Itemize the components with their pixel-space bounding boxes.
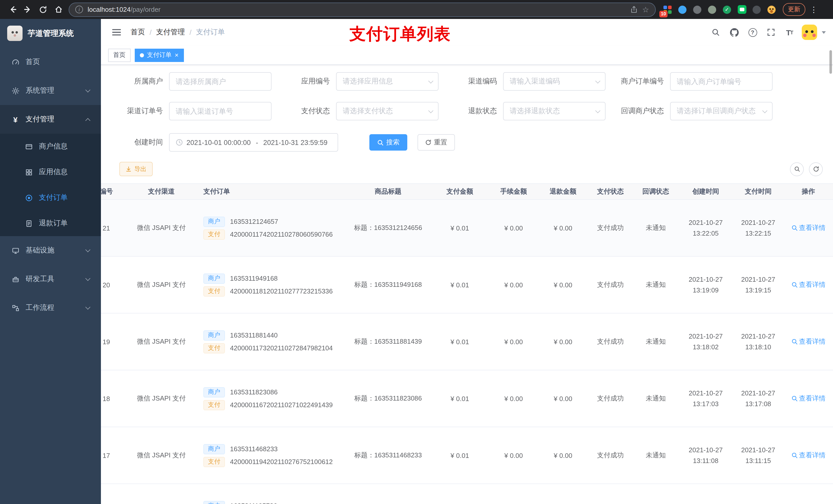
yen-icon: ¥ <box>10 115 21 124</box>
dashboard-icon <box>10 58 21 66</box>
filter-create-time-label: 创建时间 <box>111 138 169 147</box>
avatar[interactable] <box>802 25 817 40</box>
cell-action: 查看详情 <box>784 370 833 427</box>
filter-merchant-label: 所属商户 <box>111 77 169 86</box>
merchant-tag: 商户 <box>204 501 225 504</box>
channel-order-no-input[interactable] <box>169 102 271 120</box>
view-detail-link[interactable]: 查看详情 <box>791 223 826 233</box>
cell-amount: ¥ 0.01 <box>430 370 489 427</box>
browser-home-icon[interactable] <box>51 2 66 17</box>
cell-pay-time <box>733 484 784 504</box>
search-button[interactable]: 搜索 <box>370 134 407 150</box>
tabs-bar: 首页 支付订单× <box>101 46 833 65</box>
sidebar-item-payment[interactable]: ¥ 支付管理 <box>0 105 101 134</box>
view-detail-link[interactable]: 查看详情 <box>791 337 826 346</box>
callback-status-select[interactable]: 请选择订单回调商户状态 <box>670 102 772 120</box>
cell-title: 标题：1635311881439 <box>346 313 430 370</box>
collapse-sidebar-icon[interactable] <box>108 24 124 41</box>
extension-olive-icon[interactable] <box>707 3 718 16</box>
table-row[interactable]: 19 微信 JSAPI 支付 商户1635311881440 支付4200001… <box>101 313 833 370</box>
channel-code-select[interactable]: 请输入渠道编码 <box>503 72 605 91</box>
cell-create-time: 2021-10-2713:22:05 <box>679 199 733 256</box>
merchant-order-no-input[interactable] <box>670 72 772 91</box>
app-title: 芋道管理系统 <box>28 28 74 38</box>
scrollbar[interactable] <box>829 50 832 74</box>
table-row[interactable]: 20 微信 JSAPI 支付 商户1635311949168 支付4200001… <box>101 256 833 313</box>
cell-refund: ¥ 0.00 <box>538 256 588 313</box>
sidebar-item-refund-order[interactable]: 退款订单 <box>0 211 101 236</box>
browser-back-icon[interactable] <box>5 2 20 17</box>
cell-create-time: 2021-10-2713:19:09 <box>679 256 733 313</box>
sidebar-item-workflow[interactable]: 工作流程 <box>0 293 101 322</box>
bookmark-star-icon[interactable]: ☆ <box>642 5 649 14</box>
breadcrumb-home[interactable]: 首页 <box>130 28 145 37</box>
font-size-icon[interactable]: TT <box>781 24 798 41</box>
cell-refund: ¥ 0.00 <box>538 313 588 370</box>
table-row[interactable]: 18 微信 JSAPI 支付 商户1635311823086 支付4200001… <box>101 370 833 427</box>
content: 所属商户 应用编号 请选择应用信息 渠道编码 请输入渠道编码 商户订单编号 <box>101 65 833 504</box>
avatar-caret-icon[interactable] <box>822 31 826 33</box>
cell-create-time <box>679 484 733 504</box>
pay-status-select[interactable]: 请选择支付状态 <box>336 102 438 120</box>
browser-menu-icon[interactable]: ⋮ <box>810 5 818 14</box>
help-icon[interactable]: ? <box>744 24 761 41</box>
extension-check-icon[interactable]: ✓ <box>721 3 733 16</box>
cell-status <box>588 484 633 504</box>
view-detail-link[interactable]: 查看详情 <box>791 280 826 289</box>
extension-pin-icon[interactable] <box>751 3 762 16</box>
extension-emoji-icon[interactable] <box>766 3 777 16</box>
pay-tag: 支付 <box>204 286 225 296</box>
refresh-table-button[interactable] <box>809 162 823 176</box>
address-bar[interactable]: i localhost:1024/pay/order ☆ <box>69 2 656 17</box>
reset-button[interactable]: 重置 <box>418 134 455 150</box>
sidebar-item-home[interactable]: 首页 <box>0 48 101 76</box>
pay-tag: 支付 <box>204 457 225 467</box>
cell-channel: 微信 JSAPI 支付 <box>125 427 197 484</box>
sidebar-item-pay-order[interactable]: 支付订单 <box>0 185 101 211</box>
cell-id: 19 <box>101 313 125 370</box>
tab-pay-order[interactable]: 支付订单× <box>135 48 184 62</box>
merchant-input[interactable] <box>169 72 271 91</box>
search-icon[interactable] <box>708 24 724 41</box>
close-icon[interactable]: × <box>175 52 178 58</box>
view-detail-link[interactable]: 查看详情 <box>791 394 826 403</box>
app-select[interactable]: 请选择应用信息 <box>336 72 438 91</box>
cell-status: 支付成功 <box>588 256 633 313</box>
cell-pay-time: 2021-10-2713:22:15 <box>733 199 784 256</box>
github-icon[interactable] <box>726 24 742 41</box>
cell-notify: 未通知 <box>633 427 679 484</box>
tab-home[interactable]: 首页 <box>108 48 130 62</box>
sidebar-item-system[interactable]: 系统管理 <box>0 76 101 105</box>
share-icon[interactable] <box>630 6 638 13</box>
breadcrumb-section[interactable]: 支付管理 <box>156 28 185 37</box>
filter-channel-code-label: 渠道编码 <box>445 77 503 86</box>
app-logo[interactable]: 芋道管理系统 <box>0 19 101 48</box>
sidebar-item-merchant-info[interactable]: 商户信息 <box>0 134 101 159</box>
toggle-search-button[interactable] <box>790 162 804 176</box>
merchant-tag: 商户 <box>204 444 225 454</box>
cell-pay-time: 2021-10-2713:11:15 <box>733 427 784 484</box>
extension-drop-icon[interactable] <box>677 3 688 16</box>
fullscreen-icon[interactable] <box>763 24 779 41</box>
browser-refresh-icon[interactable] <box>36 2 50 17</box>
grid-icon <box>24 168 34 176</box>
browser-forward-icon[interactable] <box>21 2 35 17</box>
download-icon <box>125 166 132 172</box>
sidebar-item-infrastructure[interactable]: 基础设施 <box>0 236 101 265</box>
table-row[interactable]: 21 微信 JSAPI 支付 商户1635312124657 支付4200001… <box>101 199 833 256</box>
extension-chat-icon[interactable] <box>736 3 747 16</box>
create-time-range-picker[interactable]: 2021-10-01 00:00:00 - 2021-10-31 23:59:5… <box>169 133 338 152</box>
sidebar-item-app-info[interactable]: 应用信息 <box>0 159 101 185</box>
table-row[interactable]: 17 微信 JSAPI 支付 商户1635311468233 支付4200001… <box>101 427 833 484</box>
view-detail-link[interactable]: 查看详情 <box>791 451 826 460</box>
export-button[interactable]: 导出 <box>119 162 153 176</box>
page-annotation: 支付订单列表 <box>349 23 451 46</box>
sidebar-item-dev-tools[interactable]: 研发工具 <box>0 265 101 293</box>
browser-update-button[interactable]: 更新 <box>783 3 805 16</box>
extension-gray-icon[interactable] <box>692 3 703 16</box>
document-icon <box>24 219 34 227</box>
extensions-grid-icon[interactable]: 10 <box>662 3 673 16</box>
table-row[interactable]: 商户1635311195786 支付 <box>101 484 833 504</box>
site-info-icon[interactable]: i <box>75 6 83 13</box>
refund-status-select[interactable]: 请选择退款状态 <box>503 102 605 120</box>
